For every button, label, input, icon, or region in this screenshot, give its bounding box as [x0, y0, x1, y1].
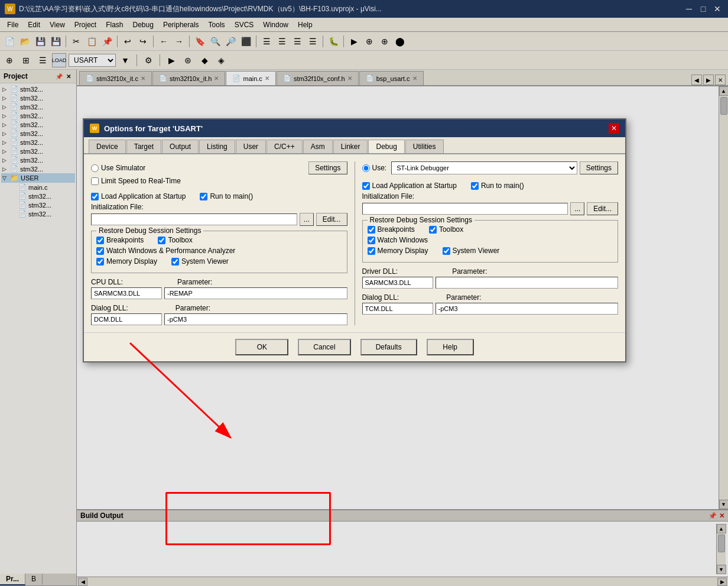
load-app-label-right: Load Application at Startup [372, 182, 457, 190]
dialog-close-button[interactable]: ✕ [609, 123, 619, 134]
cpu-dll-input[interactable] [91, 287, 162, 299]
breakpoints-checkbox-left[interactable] [96, 237, 104, 244]
dialog-dll-label-right: Dialog DLL: [362, 293, 399, 302]
dialog-param-input-right[interactable] [436, 303, 619, 315]
tab-listing[interactable]: Listing [199, 140, 235, 153]
breakpoints-label-right: Breakpoints [378, 225, 415, 234]
dialog-separator [355, 161, 355, 325]
run-to-main-checkbox-right[interactable] [471, 182, 479, 190]
watch-windows-checkbox-right[interactable] [368, 237, 375, 244]
system-viewer-checkbox-left[interactable] [171, 258, 179, 266]
breakpoints-row-right: Breakpoints Toolbox [368, 225, 613, 234]
system-viewer-label-right: System Viewer [453, 247, 500, 255]
dialog-title-text: Options for Target 'USART' [104, 124, 203, 133]
toolbox-label-right: Toolbox [439, 225, 463, 234]
limit-speed-row: Limit Speed to Real-Time [91, 177, 347, 185]
param-label-left-cpu: Parameter: [177, 278, 212, 286]
limit-speed-checkbox[interactable] [91, 177, 99, 185]
load-app-row: Load Application at Startup Run to main(… [91, 192, 347, 200]
driver-dll-label: Driver DLL: [362, 267, 398, 276]
init-file-input-right[interactable] [362, 203, 568, 215]
dialog-param-input-left[interactable] [164, 313, 347, 325]
memory-display-label-right: Memory Display [378, 247, 428, 255]
tab-device[interactable]: Device [89, 140, 126, 153]
tab-linker[interactable]: Linker [333, 140, 368, 153]
tab-debug[interactable]: Debug [368, 140, 404, 153]
dialog-right-half: Use: ST-Link Debugger Settings Load Appl… [362, 161, 619, 325]
simulator-label: Use Simulator [101, 164, 145, 172]
dialog-tab-bar: Device Target Output Listing User C/C++ … [84, 137, 625, 154]
watch-windows-checkbox-left[interactable] [96, 247, 104, 255]
driver-param-input[interactable] [436, 277, 619, 289]
help-button[interactable]: Help [427, 339, 474, 355]
restore-group-legend-right: Restore Debug Session Settings [368, 216, 474, 224]
driver-dll-input[interactable] [362, 277, 433, 289]
use-label: Use: [372, 164, 387, 172]
tab-cpp[interactable]: C/C++ [266, 140, 303, 153]
breakpoints-checkbox-right[interactable] [368, 226, 375, 234]
tab-target[interactable]: Target [126, 140, 161, 153]
memory-display-row-right: Memory Display System Viewer [368, 247, 613, 255]
dialog-logo: W [90, 124, 99, 133]
debugger-select[interactable]: ST-Link Debugger [391, 161, 577, 174]
init-edit-btn-right[interactable]: Edit... [587, 202, 618, 215]
dialog-param-label-left: Parameter: [176, 304, 210, 312]
run-to-main-label-right: Run to main() [481, 182, 524, 190]
dialog-overlay: W Options for Target 'USART' ✕ Device Ta… [0, 0, 728, 586]
init-edit-btn[interactable]: Edit... [316, 213, 347, 226]
system-viewer-checkbox-right[interactable] [443, 247, 450, 255]
tab-utilities[interactable]: Utilities [405, 140, 444, 153]
load-app-checkbox-right[interactable] [362, 182, 370, 190]
dialog-dll-label-left: Dialog DLL: [91, 304, 128, 312]
breakpoints-label-left: Breakpoints [106, 236, 144, 244]
load-app-row-right: Load Application at Startup Run to main(… [362, 182, 619, 190]
restore-debug-group-left: Restore Debug Session Settings Breakpoin… [91, 231, 347, 273]
load-app-label: Load Application at Startup [101, 192, 186, 200]
breakpoints-row-left: Breakpoints Toolbox [96, 236, 342, 244]
dialog-dll-input-left[interactable] [91, 313, 162, 325]
toolbox-checkbox-right[interactable] [429, 226, 437, 234]
use-radio[interactable] [362, 164, 370, 172]
defaults-button[interactable]: Defaults [360, 339, 417, 355]
simulator-settings-btn[interactable]: Settings [308, 161, 347, 174]
debugger-settings-btn[interactable]: Settings [580, 161, 618, 174]
tab-output[interactable]: Output [162, 140, 199, 153]
cpu-dll-label: CPU DLL: [91, 278, 123, 286]
param-label-right-driver: Parameter: [452, 267, 487, 276]
init-file-label: Initialization File: [91, 203, 347, 211]
watch-windows-label-left: Watch Windows & Performance Analyzer [106, 247, 235, 255]
limit-speed-label: Limit Speed to Real-Time [101, 177, 181, 185]
toolbox-checkbox-left[interactable] [158, 237, 165, 244]
memory-display-checkbox-right[interactable] [368, 247, 375, 255]
dialog-param-label-right: Parameter: [446, 293, 481, 302]
tab-asm[interactable]: Asm [303, 140, 333, 153]
system-viewer-label-left: System Viewer [181, 257, 229, 266]
simulator-row: Use Simulator Settings [91, 161, 347, 174]
use-row: Use: ST-Link Debugger Settings [362, 161, 619, 174]
memory-display-checkbox-left[interactable] [96, 258, 104, 266]
init-file-input[interactable] [91, 213, 297, 225]
dialog-dll-input-right[interactable] [362, 303, 433, 315]
cancel-button[interactable]: Cancel [298, 339, 350, 355]
restore-group-legend-left: Restore Debug Session Settings [96, 226, 203, 235]
restore-debug-group-right: Restore Debug Session Settings Breakpoin… [362, 220, 619, 263]
init-file-label-right: Initialization File: [362, 192, 619, 200]
watch-windows-row-left: Watch Windows & Performance Analyzer [96, 247, 342, 255]
init-browse-btn-right[interactable]: ... [570, 202, 584, 215]
toolbox-label-left: Toolbox [168, 236, 192, 244]
dialog-left-half: Use Simulator Settings Limit Speed to Re… [91, 161, 347, 325]
cpu-param-input[interactable] [164, 287, 347, 299]
dialog-body: Use Simulator Settings Limit Speed to Re… [84, 154, 625, 332]
simulator-radio[interactable] [91, 164, 99, 172]
dialog-title-bar: W Options for Target 'USART' ✕ [84, 119, 625, 137]
tab-user[interactable]: User [236, 140, 266, 153]
run-to-main-checkbox[interactable] [200, 193, 207, 200]
init-browse-btn[interactable]: ... [300, 213, 314, 226]
watch-windows-label-right: Watch Windows [378, 236, 428, 244]
memory-display-row-left: Memory Display System Viewer [96, 257, 342, 266]
options-dialog: W Options for Target 'USART' ✕ Device Ta… [83, 118, 626, 362]
ok-button[interactable]: OK [235, 339, 288, 355]
load-app-checkbox[interactable] [91, 193, 99, 200]
run-to-main-label: Run to main() [210, 192, 253, 200]
dialog-footer: OK Cancel Defaults Help [84, 332, 625, 361]
